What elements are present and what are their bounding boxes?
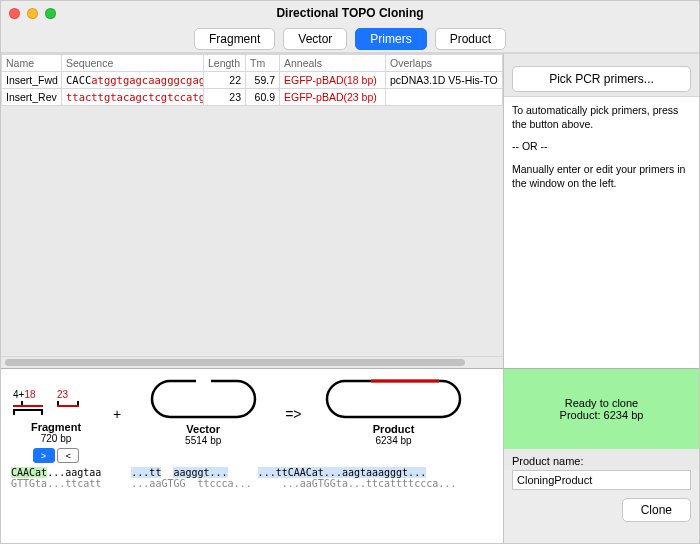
titlebar: Directional TOPO Cloning bbox=[1, 1, 699, 25]
cell-anneals: EGFP-pBAD(18 bp) bbox=[280, 72, 386, 89]
orientation-reverse-button[interactable]: < bbox=[57, 448, 79, 463]
product-map-icon bbox=[321, 375, 466, 423]
product-panel: Ready to clone Product: 6234 bp Product … bbox=[504, 369, 699, 543]
col-name[interactable]: Name bbox=[2, 55, 62, 72]
view-tabs: Fragment Vector Primers Product bbox=[1, 25, 699, 53]
product-label: Product bbox=[314, 423, 474, 435]
fullscreen-icon[interactable] bbox=[45, 8, 56, 19]
product-bp: 6234 bp bbox=[314, 435, 474, 446]
cell-name: Insert_Fwd bbox=[2, 72, 62, 89]
instructions-text: To automatically pick primers, press the… bbox=[504, 96, 699, 368]
reaction-summary: 4+18 23 Fragment 720 bp > bbox=[1, 368, 699, 543]
tab-primers[interactable]: Primers bbox=[355, 28, 426, 50]
pick-primers-button[interactable]: Pick PCR primers... bbox=[512, 66, 691, 92]
vector-label: Vector bbox=[133, 423, 273, 435]
vector-bp: 5514 bp bbox=[133, 435, 273, 446]
fragment-bp: 720 bp bbox=[11, 433, 101, 444]
product-name-input[interactable] bbox=[512, 470, 691, 490]
reaction-diagram: 4+18 23 Fragment 720 bp > bbox=[1, 369, 504, 543]
sequence-bands: CAACat...aagtaa ...tt aagggt... ...ttCAA… bbox=[11, 467, 493, 489]
h-scrollbar[interactable] bbox=[1, 356, 503, 368]
product-name-label: Product name: bbox=[504, 449, 699, 470]
clone-button[interactable]: Clone bbox=[622, 498, 691, 522]
svg-rect-1 bbox=[196, 375, 211, 389]
cell-name: Insert_Rev bbox=[2, 89, 62, 106]
cell-overlaps bbox=[386, 89, 503, 106]
cell-length: 23 bbox=[204, 89, 246, 106]
plus-operator: + bbox=[105, 406, 129, 422]
col-length[interactable]: Length bbox=[204, 55, 246, 72]
col-tm[interactable]: Tm bbox=[246, 55, 280, 72]
col-sequence[interactable]: Sequence bbox=[62, 55, 204, 72]
arrow-operator: => bbox=[277, 406, 309, 422]
cell-length: 22 bbox=[204, 72, 246, 89]
side-panel: Pick PCR primers... To automatically pic… bbox=[504, 54, 699, 368]
col-anneals[interactable]: Anneals bbox=[280, 55, 386, 72]
orientation-forward-button[interactable]: > bbox=[33, 448, 55, 463]
primer-table-scroll[interactable]: Name Sequence Length Tm Anneals Overlaps… bbox=[1, 54, 503, 368]
cell-tm: 60.9 bbox=[246, 89, 280, 106]
ready-status: Ready to clone Product: 6234 bp bbox=[504, 369, 699, 449]
vector-map-icon bbox=[146, 375, 261, 423]
app-window: Directional TOPO Cloning Fragment Vector… bbox=[0, 0, 700, 544]
cell-sequence: ttacttgtacagctcgtccatgc bbox=[62, 89, 204, 106]
fragment-label: Fragment bbox=[11, 421, 101, 433]
minimize-icon[interactable] bbox=[27, 8, 38, 19]
cell-anneals: EGFP-pBAD(23 bp) bbox=[280, 89, 386, 106]
col-overlaps[interactable]: Overlaps bbox=[386, 55, 503, 72]
table-row[interactable]: Insert_Fwd CACCatggtgagcaagggcgag 22 59.… bbox=[2, 72, 503, 89]
tab-fragment[interactable]: Fragment bbox=[194, 28, 275, 50]
table-header-row: Name Sequence Length Tm Anneals Overlaps bbox=[2, 55, 503, 72]
cell-tm: 59.7 bbox=[246, 72, 280, 89]
cell-sequence: CACCatggtgagcaagggcgag bbox=[62, 72, 204, 89]
primer-table: Name Sequence Length Tm Anneals Overlaps… bbox=[1, 54, 503, 106]
svg-rect-2 bbox=[327, 381, 460, 417]
window-controls bbox=[9, 8, 56, 19]
primer-table-panel: Name Sequence Length Tm Anneals Overlaps… bbox=[1, 54, 504, 368]
primer-diagram-icon: 4+18 23 bbox=[11, 389, 89, 421]
close-icon[interactable] bbox=[9, 8, 20, 19]
table-row[interactable]: Insert_Rev ttacttgtacagctcgtccatgc 23 60… bbox=[2, 89, 503, 106]
window-title: Directional TOPO Cloning bbox=[1, 6, 699, 20]
tab-product[interactable]: Product bbox=[435, 28, 506, 50]
cell-overlaps: pcDNA3.1D V5-His-TO bbox=[386, 72, 503, 89]
tab-vector[interactable]: Vector bbox=[283, 28, 347, 50]
main-area: Name Sequence Length Tm Anneals Overlaps… bbox=[1, 53, 699, 368]
